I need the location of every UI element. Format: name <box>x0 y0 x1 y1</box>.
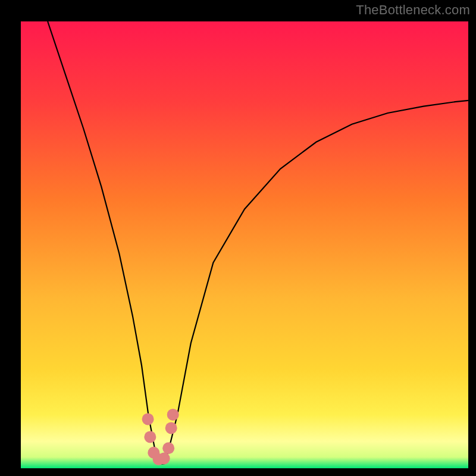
curve-marker <box>142 413 154 425</box>
curve-marker <box>162 442 174 454</box>
chart-container: { "watermark": "TheBottleneck.com", "cha… <box>0 0 476 476</box>
bottleneck-chart <box>0 0 476 476</box>
curve-marker <box>165 422 177 434</box>
curve-marker <box>167 409 179 421</box>
curve-marker <box>158 452 170 464</box>
watermark-text: TheBottleneck.com <box>356 2 470 18</box>
plot-background <box>21 21 468 468</box>
curve-marker <box>144 431 156 443</box>
